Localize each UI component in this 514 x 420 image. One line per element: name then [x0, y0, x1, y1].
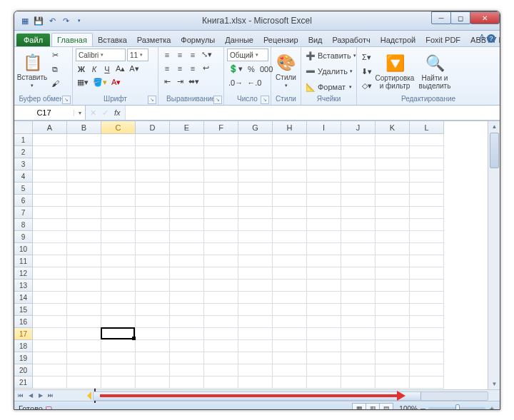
cell[interactable] — [204, 280, 238, 292]
cell[interactable] — [273, 134, 307, 146]
cell[interactable] — [376, 158, 410, 170]
cell[interactable] — [170, 146, 204, 158]
copy-icon[interactable]: ⧉ — [49, 63, 61, 76]
cell[interactable] — [410, 352, 444, 364]
cell[interactable] — [67, 377, 101, 389]
align-bottom-icon[interactable]: ≡ — [187, 48, 198, 61]
cell[interactable] — [67, 352, 101, 364]
row-header-9[interactable]: 9 — [14, 231, 33, 243]
scroll-up-icon[interactable]: ▲ — [488, 121, 500, 132]
horizontal-scrollbar[interactable] — [59, 390, 500, 401]
cell[interactable] — [136, 207, 170, 219]
clipboard-launcher-icon[interactable]: ↘ — [62, 96, 71, 104]
cell[interactable] — [136, 304, 170, 316]
row-header-15[interactable]: 15 — [14, 304, 33, 316]
cell[interactable] — [170, 292, 204, 304]
cell[interactable] — [238, 316, 273, 328]
cell[interactable] — [410, 255, 444, 267]
sort-filter-button[interactable]: 🔽 Сортировка и фильтр — [375, 50, 415, 94]
fill-color-icon[interactable]: 🪣▾ — [91, 76, 109, 88]
col-header-K[interactable]: K — [376, 121, 410, 134]
col-header-L[interactable]: L — [410, 121, 444, 134]
minimize-button[interactable]: ─ — [431, 11, 451, 24]
row-header-20[interactable]: 20 — [14, 364, 33, 377]
cell[interactable] — [341, 219, 376, 231]
cell[interactable] — [238, 231, 273, 243]
cell[interactable] — [33, 134, 67, 146]
merge-icon[interactable]: ⬌▾ — [187, 76, 201, 88]
cell[interactable] — [33, 195, 67, 207]
cell[interactable] — [101, 316, 136, 328]
cell[interactable] — [170, 207, 204, 219]
cell[interactable] — [204, 340, 238, 352]
col-header-C[interactable]: C — [101, 121, 136, 134]
cell[interactable] — [341, 340, 376, 352]
cell[interactable] — [307, 146, 341, 158]
cell[interactable] — [238, 158, 273, 170]
cell[interactable] — [204, 267, 238, 280]
cell[interactable] — [204, 134, 238, 146]
cell[interactable] — [33, 170, 67, 183]
cell[interactable] — [170, 316, 204, 328]
cell[interactable] — [33, 243, 67, 255]
cell[interactable] — [307, 195, 341, 207]
cell[interactable] — [341, 195, 376, 207]
cell[interactable] — [376, 255, 410, 267]
col-header-G[interactable]: G — [238, 121, 273, 134]
tab-file[interactable]: Файл — [16, 34, 50, 46]
cell[interactable] — [376, 183, 410, 195]
cell[interactable] — [273, 364, 307, 377]
cell[interactable] — [238, 352, 273, 364]
cell[interactable] — [170, 231, 204, 243]
number-launcher-icon[interactable]: ↘ — [261, 96, 269, 104]
cell-styles-button[interactable]: 🎨 Стили ▾ — [274, 48, 298, 93]
cell[interactable] — [33, 304, 67, 316]
cell[interactable] — [376, 328, 410, 340]
cell[interactable] — [273, 231, 307, 243]
cell[interactable] — [307, 219, 341, 231]
cell[interactable] — [204, 183, 238, 195]
cell[interactable] — [376, 195, 410, 207]
cell[interactable] — [136, 219, 170, 231]
cell[interactable] — [410, 280, 444, 292]
tab-review[interactable]: Рецензир — [258, 34, 303, 46]
cell[interactable] — [410, 219, 444, 231]
cell[interactable] — [204, 243, 238, 255]
row-header-8[interactable]: 8 — [14, 219, 33, 231]
cell[interactable] — [341, 243, 376, 255]
cell[interactable] — [273, 158, 307, 170]
cell[interactable] — [238, 292, 273, 304]
cell[interactable] — [170, 158, 204, 170]
row-header-11[interactable]: 11 — [14, 255, 33, 267]
find-select-button[interactable]: 🔍 Найти и выделить — [416, 50, 453, 94]
cell[interactable] — [307, 364, 341, 377]
cell[interactable] — [273, 243, 307, 255]
cell[interactable] — [33, 219, 67, 231]
cell[interactable] — [170, 170, 204, 183]
cell[interactable] — [341, 328, 376, 340]
cell[interactable] — [101, 146, 136, 158]
orientation-icon[interactable]: ⤡▾ — [200, 48, 213, 61]
cell[interactable] — [136, 170, 170, 183]
cell[interactable] — [238, 364, 273, 377]
zoom-slider[interactable] — [428, 407, 485, 410]
cell[interactable] — [136, 146, 170, 158]
cell[interactable] — [204, 352, 238, 364]
cell[interactable] — [273, 255, 307, 267]
align-center-icon[interactable]: ≡ — [174, 62, 186, 74]
cell[interactable] — [307, 280, 341, 292]
cell[interactable] — [170, 304, 204, 316]
cell[interactable] — [307, 243, 341, 255]
name-box-dropdown-icon[interactable]: ▾ — [74, 110, 85, 116]
cell[interactable] — [410, 267, 444, 280]
cell[interactable] — [376, 170, 410, 183]
cell[interactable] — [33, 280, 67, 292]
col-header-A[interactable]: A — [33, 121, 67, 134]
autosum-icon[interactable]: Σ▾ — [360, 51, 373, 63]
cell[interactable] — [170, 243, 204, 255]
cell[interactable] — [170, 377, 204, 389]
cell[interactable] — [410, 316, 444, 328]
cell[interactable] — [376, 267, 410, 280]
format-painter-icon[interactable]: 🖌 — [49, 77, 61, 90]
cell[interactable] — [376, 292, 410, 304]
